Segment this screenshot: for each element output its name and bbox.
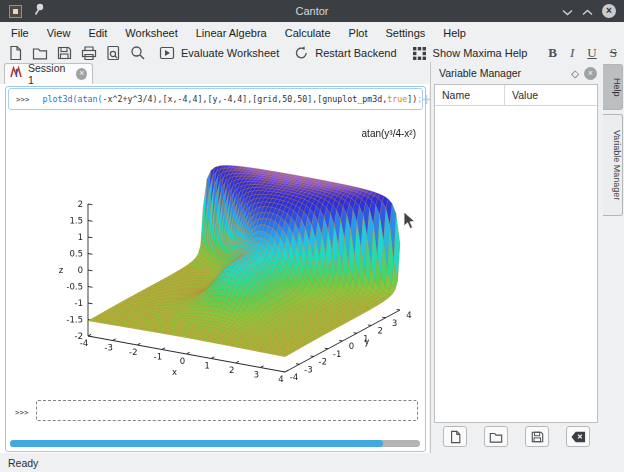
underline-button[interactable]: U bbox=[587, 45, 596, 61]
evaluate-worksheet-label: Evaluate Worksheet bbox=[181, 47, 279, 59]
menu-plot[interactable]: Plot bbox=[340, 22, 377, 44]
mouse-cursor-icon bbox=[403, 211, 416, 234]
find-button[interactable] bbox=[130, 45, 146, 61]
save-variables-button[interactable] bbox=[525, 426, 549, 447]
close-button[interactable]: × bbox=[602, 4, 616, 18]
save-worksheet-button[interactable] bbox=[57, 45, 72, 61]
code-segment: plot3d( bbox=[43, 94, 78, 104]
command-entry[interactable]: >>> plot3d(atan(-x^2+y^3/4),[x,-4,4],[y,… bbox=[8, 88, 423, 110]
new-entry-placeholder[interactable] bbox=[36, 400, 418, 421]
menu-file[interactable]: File bbox=[2, 22, 38, 44]
restart-backend-button[interactable]: Restart Backend bbox=[294, 45, 396, 61]
print-button[interactable] bbox=[81, 45, 97, 61]
strikethrough-button[interactable]: S bbox=[610, 45, 617, 61]
command-prompt: >>> bbox=[16, 95, 30, 104]
italic-button[interactable]: I bbox=[570, 45, 574, 61]
search-icon bbox=[130, 45, 146, 61]
status-text: Ready bbox=[8, 457, 38, 469]
code-segment: -x^2+y^3/4),[x,-4,4],[y,-4,4],[grid,50,5… bbox=[103, 94, 388, 104]
menu-settings[interactable]: Settings bbox=[377, 22, 435, 44]
tab-session-1[interactable]: Session 1 × bbox=[4, 63, 93, 84]
open-worksheet-button[interactable] bbox=[32, 45, 48, 61]
menu-worksheet[interactable]: Worksheet bbox=[116, 22, 186, 44]
variable-manager-panel: Variable Manager ◇ × Name Value bbox=[430, 62, 602, 453]
menu-help[interactable]: Help bbox=[434, 22, 475, 44]
column-header-value[interactable]: Value bbox=[504, 85, 597, 105]
show-maxima-help-label: Show Maxima Help bbox=[433, 47, 528, 59]
tabbar: Session 1 × bbox=[0, 62, 430, 84]
new-entry-prompt: >>> bbox=[15, 408, 29, 417]
print-preview-icon bbox=[106, 45, 121, 61]
show-maxima-help-button[interactable]: Show Maxima Help bbox=[412, 46, 528, 61]
clear-variables-button[interactable] bbox=[566, 426, 590, 447]
toolbar: Evaluate Worksheet Restart Backend Show … bbox=[0, 44, 624, 62]
print-preview-button[interactable] bbox=[106, 45, 121, 61]
maxima-icon bbox=[10, 65, 23, 83]
window-title: Cantor bbox=[0, 5, 624, 17]
load-variables-button[interactable] bbox=[484, 426, 508, 447]
progress-fill bbox=[10, 440, 383, 447]
menu-calculate[interactable]: Calculate bbox=[276, 22, 340, 44]
variable-table-header: Name Value bbox=[435, 85, 597, 106]
menu-edit[interactable]: Edit bbox=[79, 22, 116, 44]
variable-manager-header: Variable Manager ◇ × bbox=[431, 62, 602, 84]
variable-manager-title: Variable Manager bbox=[439, 67, 521, 79]
restart-backend-label: Restart Backend bbox=[315, 47, 396, 59]
plot-title: atan(y³/4-x²) bbox=[318, 128, 416, 139]
evaluate-icon bbox=[159, 45, 175, 61]
column-header-name[interactable]: Name bbox=[435, 89, 504, 101]
minimize-button[interactable] bbox=[562, 2, 573, 20]
menubar: File View Edit Worksheet Linear Algebra … bbox=[0, 22, 624, 44]
code-segment: true bbox=[387, 94, 407, 104]
progress-bar bbox=[10, 440, 420, 447]
tab-session-label: Session 1 bbox=[28, 62, 69, 86]
worksheet-area[interactable]: >>> plot3d(atan(-x^2+y^3/4),[x,-4,4],[y,… bbox=[0, 84, 429, 453]
command-code[interactable]: plot3d(atan(-x^2+y^3/4),[x,-4,4],[y,-4,4… bbox=[43, 94, 423, 104]
float-panel-icon[interactable]: ◇ bbox=[571, 68, 579, 79]
evaluate-worksheet-button[interactable]: Evaluate Worksheet bbox=[159, 45, 279, 61]
titlebar: Cantor × bbox=[0, 0, 624, 22]
new-variable-button[interactable] bbox=[443, 426, 467, 447]
menu-view[interactable]: View bbox=[38, 22, 80, 44]
new-worksheet-button[interactable] bbox=[8, 45, 23, 61]
printer-icon bbox=[81, 45, 97, 61]
panel-close-icon[interactable]: × bbox=[584, 67, 597, 80]
statusbar: Ready bbox=[0, 453, 624, 472]
code-segment: ]) bbox=[407, 94, 417, 104]
save-icon bbox=[57, 45, 72, 61]
variable-manager-buttons bbox=[431, 426, 602, 447]
side-dock-strip: Help Variable Manager bbox=[602, 62, 624, 453]
maxima-help-icon bbox=[412, 46, 427, 61]
new-document-icon bbox=[8, 45, 23, 61]
side-tab-variable-manager[interactable]: Variable Manager bbox=[603, 114, 623, 216]
tab-close-icon[interactable]: × bbox=[76, 68, 87, 80]
code-segment: atan( bbox=[78, 94, 103, 104]
side-tab-help[interactable]: Help bbox=[603, 64, 623, 110]
variable-table: Name Value bbox=[434, 84, 598, 423]
maximize-button[interactable] bbox=[582, 2, 593, 20]
folder-icon bbox=[32, 45, 48, 61]
bold-button[interactable]: B bbox=[548, 45, 557, 61]
restart-icon bbox=[294, 45, 309, 61]
menu-linear-algebra[interactable]: Linear Algebra bbox=[187, 22, 276, 44]
plot-canvas bbox=[8, 112, 424, 400]
